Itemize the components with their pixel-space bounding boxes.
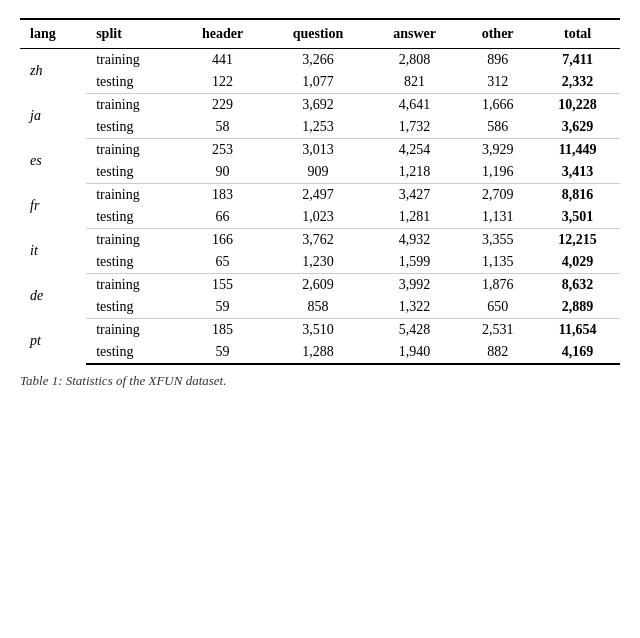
cell-other: 896: [460, 49, 535, 72]
cell-split: testing: [86, 296, 178, 319]
cell-question: 3,510: [267, 319, 369, 342]
cell-split: testing: [86, 206, 178, 229]
cell-answer: 2,808: [369, 49, 460, 72]
cell-other: 3,355: [460, 229, 535, 252]
cell-answer: 1,218: [369, 161, 460, 184]
cell-other: 1,876: [460, 274, 535, 297]
cell-other: 1,666: [460, 94, 535, 117]
cell-header: 58: [178, 116, 267, 139]
cell-total: 4,169: [535, 341, 620, 364]
cell-other: 312: [460, 71, 535, 94]
cell-question: 1,077: [267, 71, 369, 94]
cell-header: 229: [178, 94, 267, 117]
cell-total: 8,632: [535, 274, 620, 297]
cell-question: 1,230: [267, 251, 369, 274]
cell-answer: 1,322: [369, 296, 460, 319]
cell-header: 185: [178, 319, 267, 342]
cell-total: 12,215: [535, 229, 620, 252]
cell-other: 586: [460, 116, 535, 139]
cell-question: 3,762: [267, 229, 369, 252]
cell-total: 3,501: [535, 206, 620, 229]
cell-total: 2,332: [535, 71, 620, 94]
cell-split: training: [86, 49, 178, 72]
cell-lang: es: [20, 139, 86, 184]
cell-answer: 3,427: [369, 184, 460, 207]
cell-answer: 1,732: [369, 116, 460, 139]
cell-answer: 4,254: [369, 139, 460, 162]
cell-split: testing: [86, 116, 178, 139]
col-header-question: question: [267, 19, 369, 49]
cell-answer: 1,940: [369, 341, 460, 364]
cell-lang: it: [20, 229, 86, 274]
cell-total: 10,228: [535, 94, 620, 117]
col-header-total: total: [535, 19, 620, 49]
col-header-answer: answer: [369, 19, 460, 49]
col-header-other: other: [460, 19, 535, 49]
cell-answer: 5,428: [369, 319, 460, 342]
cell-answer: 4,641: [369, 94, 460, 117]
cell-question: 2,609: [267, 274, 369, 297]
cell-lang: fr: [20, 184, 86, 229]
cell-other: 1,131: [460, 206, 535, 229]
cell-question: 1,253: [267, 116, 369, 139]
cell-header: 155: [178, 274, 267, 297]
cell-header: 90: [178, 161, 267, 184]
cell-split: training: [86, 94, 178, 117]
table-caption: Table 1: Statistics of the XFUN dataset.: [20, 373, 620, 389]
cell-split: training: [86, 229, 178, 252]
cell-answer: 1,599: [369, 251, 460, 274]
cell-header: 59: [178, 341, 267, 364]
cell-total: 2,889: [535, 296, 620, 319]
cell-answer: 3,992: [369, 274, 460, 297]
cell-split: training: [86, 319, 178, 342]
cell-header: 441: [178, 49, 267, 72]
cell-split: testing: [86, 251, 178, 274]
cell-header: 183: [178, 184, 267, 207]
cell-other: 3,929: [460, 139, 535, 162]
cell-total: 11,654: [535, 319, 620, 342]
cell-split: testing: [86, 341, 178, 364]
cell-header: 65: [178, 251, 267, 274]
cell-total: 7,411: [535, 49, 620, 72]
cell-lang: ja: [20, 94, 86, 139]
cell-split: testing: [86, 161, 178, 184]
col-header-header: header: [178, 19, 267, 49]
cell-split: training: [86, 274, 178, 297]
cell-lang: de: [20, 274, 86, 319]
cell-answer: 4,932: [369, 229, 460, 252]
cell-question: 909: [267, 161, 369, 184]
cell-total: 11,449: [535, 139, 620, 162]
cell-header: 253: [178, 139, 267, 162]
cell-total: 3,413: [535, 161, 620, 184]
cell-other: 1,196: [460, 161, 535, 184]
cell-other: 2,709: [460, 184, 535, 207]
cell-lang: pt: [20, 319, 86, 365]
cell-total: 4,029: [535, 251, 620, 274]
cell-question: 1,288: [267, 341, 369, 364]
cell-total: 8,816: [535, 184, 620, 207]
cell-header: 66: [178, 206, 267, 229]
cell-answer: 1,281: [369, 206, 460, 229]
cell-lang: zh: [20, 49, 86, 94]
cell-question: 3,266: [267, 49, 369, 72]
cell-split: training: [86, 184, 178, 207]
col-header-split: split: [86, 19, 178, 49]
cell-header: 59: [178, 296, 267, 319]
cell-other: 650: [460, 296, 535, 319]
col-header-lang: lang: [20, 19, 86, 49]
cell-total: 3,629: [535, 116, 620, 139]
cell-split: training: [86, 139, 178, 162]
cell-header: 122: [178, 71, 267, 94]
cell-split: testing: [86, 71, 178, 94]
cell-question: 3,013: [267, 139, 369, 162]
cell-question: 1,023: [267, 206, 369, 229]
cell-header: 166: [178, 229, 267, 252]
cell-question: 858: [267, 296, 369, 319]
data-table: lang split header question answer other …: [20, 18, 620, 365]
cell-other: 2,531: [460, 319, 535, 342]
cell-other: 882: [460, 341, 535, 364]
cell-question: 3,692: [267, 94, 369, 117]
cell-answer: 821: [369, 71, 460, 94]
cell-question: 2,497: [267, 184, 369, 207]
cell-other: 1,135: [460, 251, 535, 274]
